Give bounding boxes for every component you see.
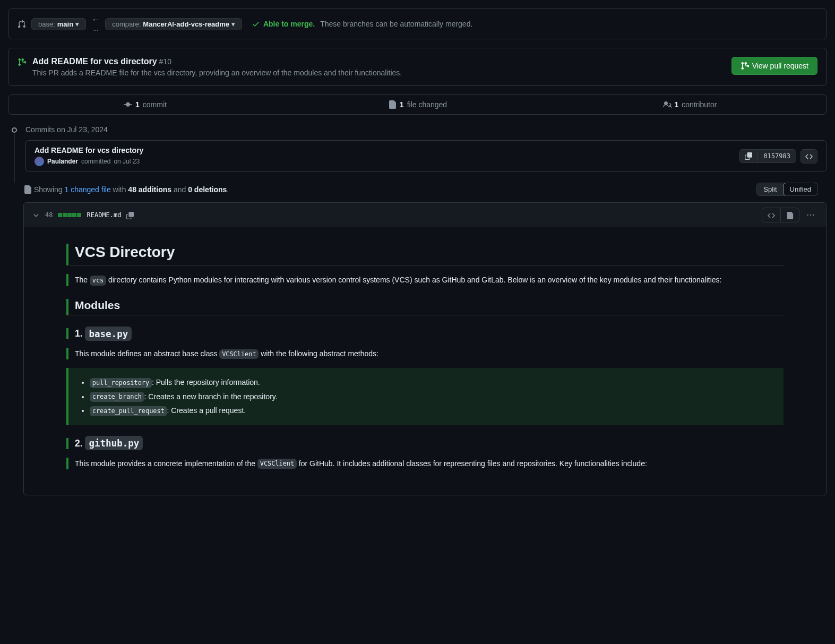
timeline-dot-icon [12, 127, 17, 133]
rendered-view-button[interactable] [780, 208, 799, 222]
file-diff-box: 48 README.md ⋯ VCS Directory The [23, 202, 827, 495]
git-compare-icon [18, 20, 26, 28]
file-header: 48 README.md ⋯ [24, 203, 826, 227]
file-menu-button[interactable]: ⋯ [804, 207, 817, 222]
merge-status: Able to merge. [252, 20, 315, 28]
commit-title[interactable]: Add README for vcs directory [35, 146, 143, 154]
readme-h1: VCS Directory [66, 244, 784, 265]
code-icon [805, 153, 813, 160]
stat-contributors[interactable]: 1 contributor [554, 95, 826, 114]
stat-files[interactable]: 1 file changed [281, 95, 554, 114]
commit-author[interactable]: Paulander [47, 158, 78, 165]
file-diff-icon [23, 185, 32, 194]
split-view-button[interactable]: Split [757, 183, 783, 195]
readme-base-methods: pull_repository: Pulls the repository in… [66, 368, 784, 425]
base-branch-select[interactable]: base: main ▾ [31, 18, 86, 30]
commit-date-header: Commits on Jul 23, 2024 [25, 125, 827, 134]
browse-code-button[interactable] [800, 149, 817, 164]
caret-down-icon: ▾ [231, 20, 235, 28]
diff-summary: Showing 1 changed file with 48 additions… [8, 183, 827, 202]
readme-h3-github: 2. github.py [66, 438, 784, 449]
compare-branch-select[interactable]: compare: MancerAI-add-vcs-readme ▾ [105, 18, 242, 30]
pull-request-icon [18, 58, 26, 66]
changed-files-link[interactable]: 1 changed file [64, 185, 110, 194]
stats-bar: 1 commit 1 file changed 1 contributor [8, 95, 827, 115]
list-item: create_branch: Creates a new branch in t… [90, 391, 777, 402]
avatar[interactable] [35, 157, 44, 166]
list-item: create_pull_request: Creates a pull requ… [90, 405, 777, 416]
merge-text: These branches can be automatically merg… [320, 20, 472, 28]
readme-github-desc: This module provides a concrete implemen… [66, 458, 784, 469]
file-name[interactable]: README.md [87, 211, 121, 219]
caret-down-icon: ▾ [75, 20, 79, 28]
code-icon [768, 212, 775, 219]
people-icon [663, 100, 672, 109]
commit-sha-group: 0157983 [739, 149, 796, 163]
readme-h2-modules: Modules [66, 299, 784, 315]
copy-icon [745, 152, 752, 160]
diff-view-toggle: Split Unified [756, 183, 818, 196]
view-pull-request-button[interactable]: View pull request [731, 57, 817, 75]
readme-h3-base: 1. base.py [66, 328, 784, 339]
compare-bar: base: main ▾ ←… compare: MancerAI-add-vc… [8, 8, 827, 39]
existing-pr-box: Add README for vcs directory #10 This PR… [8, 48, 827, 86]
commit-icon [124, 100, 132, 109]
arrow-left-icon: ←… [91, 15, 100, 32]
diff-stat-blocks [58, 213, 81, 217]
readme-intro: The vcs directory contains Python module… [66, 274, 784, 286]
commit-row: Add README for vcs directory Paulander c… [25, 140, 827, 172]
copy-icon [126, 212, 134, 219]
readme-rendered: VCS Directory The vcs directory contains… [24, 227, 826, 495]
stat-commits[interactable]: 1 commit [9, 95, 281, 114]
source-view-button[interactable] [762, 208, 780, 222]
file-line-count: 48 [45, 211, 53, 219]
copy-path-button[interactable] [126, 211, 134, 219]
pr-number: #10 [159, 57, 171, 66]
readme-base-desc: This module defines an abstract base cla… [66, 348, 784, 359]
list-item: pull_repository: Pulls the repository in… [90, 376, 777, 388]
pr-title[interactable]: Add README for vcs directory [32, 57, 157, 66]
pr-description: This PR adds a README file for the vcs d… [32, 68, 402, 77]
pull-request-icon [741, 62, 749, 70]
file-icon [786, 212, 794, 219]
file-diff-icon [388, 100, 397, 109]
unified-view-button[interactable]: Unified [783, 183, 818, 196]
check-icon [252, 20, 260, 28]
copy-sha-button[interactable] [739, 150, 757, 162]
chevron-down-icon[interactable] [32, 211, 40, 219]
commit-sha[interactable]: 0157983 [757, 150, 796, 162]
commits-timeline: Commits on Jul 23, 2024 Add README for v… [8, 125, 827, 172]
file-view-toggle [762, 208, 799, 222]
